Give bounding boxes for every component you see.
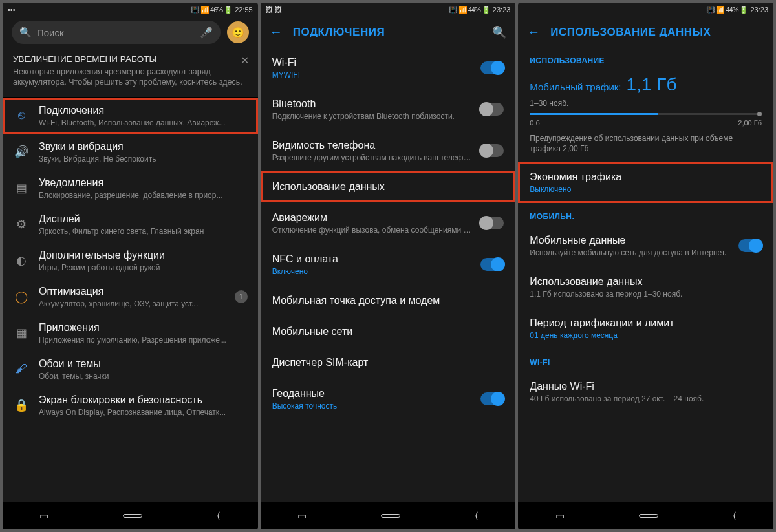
phone-connections: 🖼 🖼 📳 📶 44% 🔋 23:23 ← ПОДКЛЮЧЕНИЯ 🔍 Wi-F… <box>261 3 516 529</box>
item-label: Обои и темы <box>39 357 248 370</box>
banner-title: УВЕЛИЧЕНИЕ ВРЕМЕНИ РАБОТЫ <box>13 54 248 64</box>
item-wifi[interactable]: Wi-Fi MYWIFI <box>261 47 516 89</box>
item-display[interactable]: ⚙ Дисплей Яркость, Фильтр синего света, … <box>3 206 258 242</box>
status-bar: 🖼 🖼 📳 📶 44% 🔋 23:23 <box>261 3 516 17</box>
section-wifi: WI-FI <box>518 349 773 371</box>
visibility-toggle[interactable] <box>480 144 504 157</box>
item-connections[interactable]: ⎋ Подключения Wi-Fi, Bluetooth, Использо… <box>3 98 258 134</box>
item-label: Wi-Fi <box>272 56 472 69</box>
item-sub: Аккумулятор, хранилище, ОЗУ, защита уст.… <box>39 299 226 308</box>
item-wifi-data[interactable]: Данные Wi-Fi 40 Гб использовано за перио… <box>518 371 773 412</box>
item-sub: Подключение к устройствам Bluetooth побл… <box>272 112 472 121</box>
item-sub: 1,1 Гб использовано за период 1–30 нояб. <box>530 290 762 299</box>
status-bar: ••• 📳 📶 46% 🔋 22:55 <box>3 3 258 17</box>
item-label: Экономия трафика <box>530 171 762 184</box>
item-bluetooth[interactable]: Bluetooth Подключение к устройствам Blue… <box>261 89 516 130</box>
status-time: 23:23 <box>493 6 511 14</box>
banner-desc: Некоторые приложения чрезмерно расходуют… <box>13 67 248 88</box>
nav-back-icon[interactable]: ⟨ <box>733 510 737 522</box>
item-label: Авиарежим <box>272 211 472 224</box>
item-sub: Используйте мобильную сеть для доступа в… <box>530 248 729 257</box>
mobile-data-toggle[interactable] <box>738 239 762 252</box>
status-icons: 📳 📶 46% 🔋 <box>191 6 232 14</box>
sound-icon: 🔊 <box>13 144 30 160</box>
item-sub: Высокая точность <box>272 401 472 410</box>
nav-back-icon[interactable]: ⟨ <box>475 510 479 522</box>
item-nfc[interactable]: NFC и оплата Включено <box>261 244 516 285</box>
apps-icon: ▦ <box>13 325 30 341</box>
item-sounds[interactable]: 🔊 Звуки и вибрация Звуки, Вибрация, Не б… <box>3 134 258 170</box>
close-icon[interactable]: ✕ <box>241 54 249 67</box>
nav-home-icon[interactable] <box>381 514 400 518</box>
status-icons: 📳 📶 44% 🔋 <box>706 6 748 14</box>
item-sim-manager[interactable]: Диспетчер SIM-карт <box>261 347 516 378</box>
search-icon[interactable]: 🔍 <box>492 25 506 39</box>
item-label: Уведомления <box>39 176 248 189</box>
nav-back-icon[interactable]: ⟨ <box>217 510 221 522</box>
battery-banner[interactable]: УВЕЛИЧЕНИЕ ВРЕМЕНИ РАБОТЫ Некоторые прил… <box>3 48 258 98</box>
usage-label: Мобильный трафик: <box>530 81 621 92</box>
search-input[interactable]: 🔍 Поиск 🎤 <box>12 21 221 44</box>
nav-recent-icon[interactable]: ▭ <box>297 510 307 522</box>
badge: 1 <box>235 290 248 303</box>
item-airplane[interactable]: Авиарежим Отключение функций вызова, обм… <box>261 202 516 244</box>
item-label: Мобильные сети <box>272 325 504 338</box>
item-data-saver[interactable]: Экономия трафика Выключено <box>518 162 773 203</box>
nav-home-icon[interactable] <box>123 514 142 518</box>
item-advanced[interactable]: ◐ Дополнительные функции Игры, Режим раб… <box>3 242 258 279</box>
item-notifications[interactable]: ▤ Уведомления Блокирование, разрешение, … <box>3 170 258 206</box>
back-icon[interactable]: ← <box>527 25 540 39</box>
item-mobile-networks[interactable]: Мобильные сети <box>261 316 516 347</box>
wifi-toggle[interactable] <box>480 61 504 74</box>
item-sub: Игры, Режим работы одной рукой <box>39 263 248 272</box>
phone-data-usage: 📳 📶 44% 🔋 23:23 ← ИСПОЛЬЗОВАНИЕ ДАННЫХ И… <box>518 3 773 529</box>
mic-icon[interactable]: 🎤 <box>200 27 213 39</box>
airplane-toggle[interactable] <box>480 217 504 229</box>
item-hotspot[interactable]: Мобильная точка доступа и модем <box>261 285 516 316</box>
search-placeholder: Поиск <box>37 27 64 38</box>
themes-icon: 🖌 <box>13 361 30 378</box>
item-mobile-data[interactable]: Мобильные данные Используйте мобильную с… <box>518 225 773 266</box>
maintenance-icon: ◯ <box>13 288 30 305</box>
location-toggle[interactable] <box>480 392 504 405</box>
data-usage-list: ИСПОЛЬЗОВАНИЕ Мобильный трафик: 1,1 Гб 1… <box>518 47 773 502</box>
avatar[interactable]: 🙂 <box>227 21 249 43</box>
status-bar: 📳 📶 44% 🔋 23:23 <box>518 3 773 17</box>
item-apps[interactable]: ▦ Приложения Приложения по умолчанию, Ра… <box>3 315 258 351</box>
item-label: Период тарификации и лимит <box>530 317 762 330</box>
nfc-toggle[interactable] <box>480 258 504 271</box>
search-icon: 🔍 <box>19 27 32 38</box>
settings-list: ⎋ Подключения Wi-Fi, Bluetooth, Использо… <box>3 98 258 503</box>
nav-recent-icon[interactable]: ▭ <box>39 510 48 522</box>
item-billing-cycle[interactable]: Период тарификации и лимит 01 день каждо… <box>518 308 773 349</box>
section-usage: ИСПОЛЬЗОВАНИЕ <box>518 47 773 69</box>
screen-header: ← ИСПОЛЬЗОВАНИЕ ДАННЫХ <box>518 17 773 47</box>
lock-icon: 🔒 <box>13 397 30 414</box>
display-icon: ⚙ <box>13 216 30 233</box>
item-themes[interactable]: 🖌 Обои и темы Обои, темы, значки <box>3 351 258 387</box>
item-sub: Блокирование, разрешение, добавление в п… <box>39 191 248 200</box>
item-label: Bluetooth <box>272 98 472 111</box>
item-mobile-usage[interactable]: Использование данных 1,1 Гб использовано… <box>518 266 773 308</box>
status-icons: 📳 📶 44% 🔋 <box>449 6 490 14</box>
item-sub: MYWIFI <box>272 70 472 80</box>
item-label: Геоданные <box>272 387 472 400</box>
item-sub: Приложения по умолчанию, Разрешения прил… <box>39 335 248 345</box>
range-high: 2,00 Гб <box>738 119 762 127</box>
item-label: Приложения <box>39 321 248 334</box>
connections-list: Wi-Fi MYWIFI Bluetooth Подключение к уст… <box>261 47 516 502</box>
back-icon[interactable]: ← <box>270 25 283 39</box>
nav-home-icon[interactable] <box>639 514 658 518</box>
nav-recent-icon[interactable]: ▭ <box>555 510 565 522</box>
item-maintenance[interactable]: ◯ Оптимизация Аккумулятор, хранилище, ОЗ… <box>3 279 258 315</box>
item-location[interactable]: Геоданные Высокая точность <box>261 378 516 420</box>
item-lockscreen[interactable]: 🔒 Экран блокировки и безопасность Always… <box>3 387 258 423</box>
status-time: 22:55 <box>235 6 253 14</box>
usage-warning: Предупреждение об использовании данных п… <box>530 133 762 154</box>
item-visibility[interactable]: Видимость телефона Разрешите другим устр… <box>261 130 516 171</box>
item-data-usage[interactable]: Использование данных <box>261 171 516 202</box>
usage-summary[interactable]: Мобильный трафик: 1,1 Гб 1–30 нояб. 0 б … <box>518 69 773 162</box>
navbar: ▭ ⟨ <box>3 502 258 529</box>
item-label: Звуки и вибрация <box>39 140 248 153</box>
bluetooth-toggle[interactable] <box>480 103 504 116</box>
